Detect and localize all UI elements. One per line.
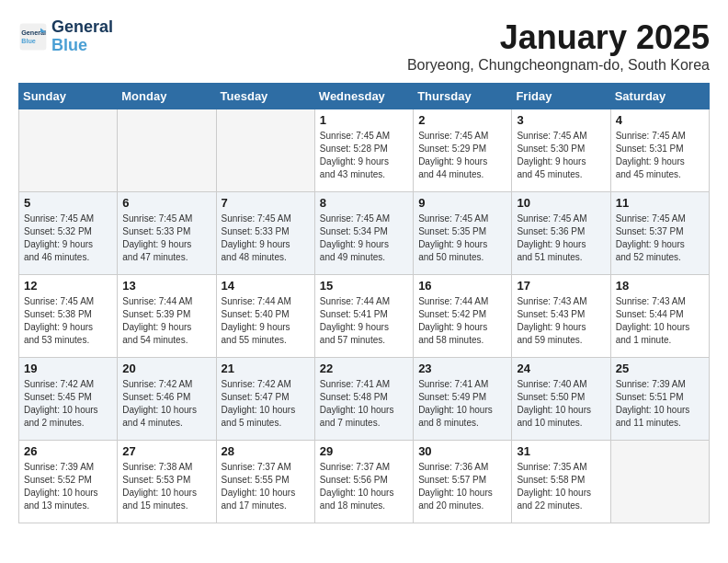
- cell-content: Sunrise: 7:45 AM Sunset: 5:30 PM Dayligh…: [517, 130, 605, 181]
- day-number: 6: [122, 196, 210, 210]
- day-number: 20: [122, 362, 210, 375]
- cell-content: Sunrise: 7:43 AM Sunset: 5:44 PM Dayligh…: [616, 295, 704, 347]
- day-number: 13: [122, 279, 210, 293]
- calendar-cell: 21Sunrise: 7:42 AM Sunset: 5:47 PM Dayli…: [216, 358, 314, 441]
- day-number: 30: [418, 444, 506, 458]
- day-number: 7: [222, 196, 310, 210]
- calendar-cell: 17Sunrise: 7:43 AM Sunset: 5:43 PM Dayli…: [512, 275, 610, 358]
- day-number: 16: [418, 279, 506, 293]
- day-number: 12: [24, 279, 112, 293]
- calendar-cell: [19, 109, 118, 192]
- calendar-week-row: 5Sunrise: 7:45 AM Sunset: 5:32 PM Daylig…: [19, 192, 710, 275]
- calendar-cell: [118, 109, 216, 192]
- day-number: 27: [122, 444, 210, 458]
- weekday-header-row: SundayMondayTuesdayWednesdayThursdayFrid…: [19, 84, 710, 109]
- day-number: 26: [24, 444, 112, 458]
- day-number: 22: [320, 362, 408, 375]
- cell-content: Sunrise: 7:36 AM Sunset: 5:57 PM Dayligh…: [418, 461, 506, 512]
- cell-content: Sunrise: 7:39 AM Sunset: 5:52 PM Dayligh…: [24, 461, 112, 512]
- logo-icon: General Blue: [18, 22, 48, 52]
- day-number: 17: [517, 279, 605, 293]
- calendar-cell: 19Sunrise: 7:42 AM Sunset: 5:45 PM Dayli…: [19, 358, 118, 441]
- svg-text:Blue: Blue: [21, 37, 36, 45]
- weekday-header-friday: Friday: [512, 84, 610, 109]
- calendar-cell: [610, 441, 709, 523]
- cell-content: Sunrise: 7:35 AM Sunset: 5:58 PM Dayligh…: [517, 461, 605, 512]
- day-number: 31: [517, 444, 605, 458]
- day-number: 1: [320, 113, 408, 127]
- calendar-cell: 16Sunrise: 7:44 AM Sunset: 5:42 PM Dayli…: [414, 275, 512, 358]
- calendar-cell: 25Sunrise: 7:39 AM Sunset: 5:51 PM Dayli…: [610, 358, 709, 441]
- cell-content: Sunrise: 7:45 AM Sunset: 5:38 PM Dayligh…: [24, 295, 112, 347]
- calendar-cell: 7Sunrise: 7:45 AM Sunset: 5:33 PM Daylig…: [216, 192, 314, 275]
- day-number: 9: [418, 196, 506, 210]
- calendar-cell: 13Sunrise: 7:44 AM Sunset: 5:39 PM Dayli…: [118, 275, 216, 358]
- cell-content: Sunrise: 7:43 AM Sunset: 5:43 PM Dayligh…: [517, 295, 605, 347]
- calendar-table: SundayMondayTuesdayWednesdayThursdayFrid…: [18, 83, 710, 523]
- day-number: 29: [320, 444, 408, 458]
- cell-content: Sunrise: 7:42 AM Sunset: 5:46 PM Dayligh…: [122, 378, 210, 430]
- calendar-cell: 29Sunrise: 7:37 AM Sunset: 5:56 PM Dayli…: [314, 441, 413, 523]
- day-number: 10: [517, 196, 605, 210]
- cell-content: Sunrise: 7:45 AM Sunset: 5:29 PM Dayligh…: [418, 130, 506, 181]
- calendar-cell: 27Sunrise: 7:38 AM Sunset: 5:53 PM Dayli…: [118, 441, 216, 523]
- calendar-cell: 24Sunrise: 7:40 AM Sunset: 5:50 PM Dayli…: [512, 358, 610, 441]
- calendar-cell: 23Sunrise: 7:41 AM Sunset: 5:49 PM Dayli…: [414, 358, 512, 441]
- calendar-week-row: 1Sunrise: 7:45 AM Sunset: 5:28 PM Daylig…: [19, 109, 710, 192]
- logo: General Blue General Blue: [18, 18, 113, 55]
- day-number: 5: [24, 196, 112, 210]
- logo-text: General Blue: [51, 18, 113, 55]
- day-number: 18: [616, 279, 704, 293]
- cell-content: Sunrise: 7:41 AM Sunset: 5:49 PM Dayligh…: [418, 378, 506, 430]
- calendar-cell: 30Sunrise: 7:36 AM Sunset: 5:57 PM Dayli…: [414, 441, 512, 523]
- calendar-cell: 15Sunrise: 7:44 AM Sunset: 5:41 PM Dayli…: [314, 275, 413, 358]
- page-header: General Blue General Blue January 2025 B…: [18, 18, 710, 74]
- weekday-header-sunday: Sunday: [19, 84, 118, 109]
- cell-content: Sunrise: 7:37 AM Sunset: 5:56 PM Dayligh…: [320, 461, 408, 512]
- calendar-cell: 18Sunrise: 7:43 AM Sunset: 5:44 PM Dayli…: [610, 275, 709, 358]
- calendar-cell: 6Sunrise: 7:45 AM Sunset: 5:33 PM Daylig…: [118, 192, 216, 275]
- calendar-cell: 8Sunrise: 7:45 AM Sunset: 5:34 PM Daylig…: [314, 192, 413, 275]
- day-number: 28: [222, 444, 310, 458]
- weekday-header-wednesday: Wednesday: [314, 84, 413, 109]
- cell-content: Sunrise: 7:42 AM Sunset: 5:45 PM Dayligh…: [24, 378, 112, 430]
- day-number: 4: [616, 113, 704, 127]
- cell-content: Sunrise: 7:45 AM Sunset: 5:28 PM Dayligh…: [320, 130, 408, 181]
- calendar-cell: 4Sunrise: 7:45 AM Sunset: 5:31 PM Daylig…: [610, 109, 709, 192]
- calendar-week-row: 12Sunrise: 7:45 AM Sunset: 5:38 PM Dayli…: [19, 275, 710, 358]
- weekday-header-thursday: Thursday: [414, 84, 512, 109]
- cell-content: Sunrise: 7:37 AM Sunset: 5:55 PM Dayligh…: [222, 461, 310, 512]
- cell-content: Sunrise: 7:45 AM Sunset: 5:34 PM Dayligh…: [320, 213, 408, 264]
- calendar-week-row: 26Sunrise: 7:39 AM Sunset: 5:52 PM Dayli…: [19, 441, 710, 523]
- calendar-cell: 2Sunrise: 7:45 AM Sunset: 5:29 PM Daylig…: [414, 109, 512, 192]
- calendar-cell: 31Sunrise: 7:35 AM Sunset: 5:58 PM Dayli…: [512, 441, 610, 523]
- calendar-cell: 5Sunrise: 7:45 AM Sunset: 5:32 PM Daylig…: [19, 192, 118, 275]
- weekday-header-saturday: Saturday: [610, 84, 709, 109]
- weekday-header-tuesday: Tuesday: [216, 84, 314, 109]
- cell-content: Sunrise: 7:45 AM Sunset: 5:35 PM Dayligh…: [418, 213, 506, 264]
- day-number: 3: [517, 113, 605, 127]
- day-number: 24: [517, 362, 605, 375]
- calendar-cell: 28Sunrise: 7:37 AM Sunset: 5:55 PM Dayli…: [216, 441, 314, 523]
- day-number: 14: [222, 279, 310, 293]
- cell-content: Sunrise: 7:45 AM Sunset: 5:31 PM Dayligh…: [616, 130, 704, 181]
- day-number: 23: [418, 362, 506, 375]
- cell-content: Sunrise: 7:45 AM Sunset: 5:33 PM Dayligh…: [222, 213, 310, 264]
- weekday-header-monday: Monday: [118, 84, 216, 109]
- day-number: 8: [320, 196, 408, 210]
- cell-content: Sunrise: 7:38 AM Sunset: 5:53 PM Dayligh…: [122, 461, 210, 512]
- calendar-cell: 10Sunrise: 7:45 AM Sunset: 5:36 PM Dayli…: [512, 192, 610, 275]
- day-number: 15: [320, 279, 408, 293]
- day-number: 2: [418, 113, 506, 127]
- day-number: 11: [616, 196, 704, 210]
- calendar-cell: [216, 109, 314, 192]
- title-block: January 2025 Boryeong, Chungcheongnam-do…: [407, 18, 710, 74]
- calendar-week-row: 19Sunrise: 7:42 AM Sunset: 5:45 PM Dayli…: [19, 358, 710, 441]
- calendar-cell: 1Sunrise: 7:45 AM Sunset: 5:28 PM Daylig…: [314, 109, 413, 192]
- calendar-cell: 12Sunrise: 7:45 AM Sunset: 5:38 PM Dayli…: [19, 275, 118, 358]
- cell-content: Sunrise: 7:44 AM Sunset: 5:42 PM Dayligh…: [418, 295, 506, 347]
- cell-content: Sunrise: 7:44 AM Sunset: 5:41 PM Dayligh…: [320, 295, 408, 347]
- cell-content: Sunrise: 7:45 AM Sunset: 5:36 PM Dayligh…: [517, 213, 605, 264]
- cell-content: Sunrise: 7:44 AM Sunset: 5:40 PM Dayligh…: [222, 295, 310, 347]
- calendar-cell: 26Sunrise: 7:39 AM Sunset: 5:52 PM Dayli…: [19, 441, 118, 523]
